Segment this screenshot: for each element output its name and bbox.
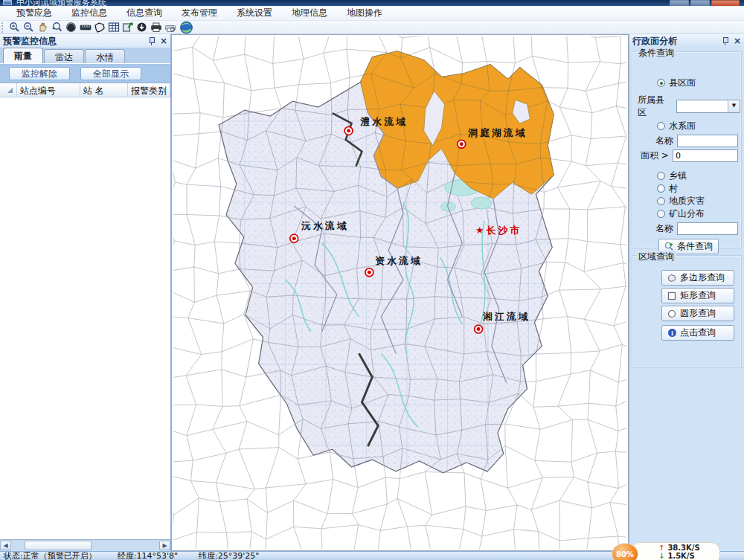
print-preview-icon[interactable] [164,22,176,33]
query-plus-magnifier-icon [664,242,673,251]
radio-mine-distribution[interactable]: 矿山分布 [657,207,705,220]
rectangle-query-button[interactable]: 矩形查询 [661,288,734,303]
radio-township-label: 乡镇 [669,170,687,182]
station-dongtinghu[interactable] [458,140,466,148]
print-icon[interactable] [150,22,162,33]
zoom-previous-icon[interactable] [51,22,63,33]
maximize-button[interactable] [690,0,710,6]
circle-icon [667,309,676,318]
net-percent: 80% [616,550,634,559]
station-zishui[interactable] [365,268,373,277]
radio-geo-disaster-dot[interactable] [657,197,665,205]
show-all-button[interactable]: 全部显示 [80,67,141,80]
hunan-basin-map[interactable]: 澧水流域洞庭湖流域沅水流域资水流域湘江流域★长沙市 [173,36,626,549]
column-station-id[interactable]: 站点编号 [17,83,80,97]
station-xiangjiang[interactable] [475,325,483,333]
menu-geo-info[interactable]: 地理信息 [283,5,336,21]
station-lishui[interactable] [344,126,353,135]
area-field-row: 面积 > [641,149,738,162]
rectangle-query-label: 矩形查询 [680,289,716,302]
menu-map-operation[interactable]: 地图操作 [338,5,391,21]
scrollbar-track[interactable] [11,541,159,550]
radio-geo-disaster-label: 地质灾害 [669,195,705,207]
radio-township[interactable]: 乡镇 [657,170,687,182]
web-map-globe-icon[interactable] [178,22,194,33]
radio-township-dot[interactable] [657,172,665,180]
area-field-label: 面积 > [641,149,669,162]
monitor-release-button[interactable]: 监控解除 [9,67,70,80]
county-select-label: 所属县区 [638,94,673,119]
menu-info-query[interactable]: 信息查询 [118,5,171,21]
click-query-button[interactable]: i 点击查询 [661,325,734,341]
left-panel-header: 预警监控信息 × [0,34,170,48]
full-extent-icon[interactable] [65,22,77,33]
radio-water-system-label: 水系面 [669,120,696,132]
scroll-right-arrow[interactable]: ▶ [159,541,170,550]
radio-village-dot[interactable] [657,184,665,193]
name-field-row: 名称 [655,135,738,147]
polygon-query-button[interactable]: 多边形查询 [661,270,734,286]
left-button-row: 监控解除 全部显示 [0,64,170,83]
sort-triangle-icon[interactable] [0,83,17,97]
download-icon[interactable] [135,22,148,33]
condition-query-group: 条件查询 县区面 所属县区 ▼ 水系面 名称 面积 > 乡镇 [632,52,741,248]
radio-mine-distribution-label: 矿山分布 [669,207,705,220]
circle-query-button[interactable]: 圆形查询 [661,306,734,321]
download-arrow-icon: ↓ [658,552,664,560]
radio-water-system[interactable]: 水系面 [657,120,696,132]
map-canvas[interactable]: 澧水流域洞庭湖流域沅水流域资水流域湘江流域★长沙市 [171,34,629,551]
area-input[interactable] [673,149,738,162]
app-icon [3,0,12,5]
menu-warning-emergency[interactable]: 预警应急 [7,5,61,21]
status-state: 状态:正常（预警已开启） [4,550,97,560]
net-percent-ball[interactable]: 80% [612,543,638,560]
left-panel-close-icon[interactable]: × [160,37,167,45]
measure-icon[interactable] [79,22,92,33]
admin-area-analysis-panel: 行政面分析 × 条件查询 县区面 所属县区 ▼ 水系面 名称 面积 > [629,34,744,551]
radio-mine-distribution-dot[interactable] [657,210,665,218]
right-panel-close-icon[interactable]: × [734,37,741,45]
pin-icon[interactable] [148,36,155,45]
click-query-label: 点击查询 [680,326,716,339]
upload-arrow-icon: ↑ [658,544,664,552]
net-speed-widget[interactable]: ↑38.3K/S ↓1.5K/S 80% [612,542,744,560]
status-latitude: 纬度:25°39'25" [199,550,259,560]
station-yuanshui[interactable] [290,234,298,242]
chevron-down-icon[interactable]: ▼ [728,100,740,112]
scroll-left-arrow[interactable]: ◀ [0,541,11,550]
grid-icon[interactable] [107,22,120,33]
yuanshui-basin-label: 沅水流域 [301,220,348,231]
polygon-query-label: 多边形查询 [680,271,725,284]
column-station-name[interactable]: 站 名 [80,83,128,97]
column-alarm-type[interactable]: 报警类别 [128,83,170,97]
menu-monitor-info[interactable]: 监控信息 [62,5,116,21]
pin-icon[interactable] [722,36,729,45]
radio-county-area-dot[interactable] [657,79,665,87]
pan-icon[interactable] [36,22,49,33]
status-longitude: 经度:114°53'8" [118,550,178,560]
menu-system-settings[interactable]: 系统设置 [228,5,281,21]
radio-water-system-dot[interactable] [657,122,665,130]
radio-geo-disaster[interactable]: 地质灾害 [657,195,705,207]
minimize-button[interactable] [670,0,689,6]
radio-county-area[interactable]: 县区面 [657,77,696,89]
menu-bar: 预警应急 监控信息 信息查询 发布管理 系统设置 地理信息 地图操作 [0,6,744,21]
name2-input[interactable] [677,222,738,235]
export-icon[interactable] [121,22,134,33]
menu-publish-manage[interactable]: 发布管理 [173,5,226,21]
tab-water-condition[interactable]: 水情 [85,49,125,63]
county-combobox[interactable]: ▼ [676,100,740,113]
zoom-out-icon[interactable] [22,22,35,33]
tab-rainfall[interactable]: 雨量 [3,48,43,63]
zoom-in-icon[interactable] [8,22,21,33]
scrollbar-thumb[interactable] [25,541,92,550]
name-input[interactable] [677,135,738,147]
changsha-city-label: ★长沙市 [475,225,522,236]
tab-radar[interactable]: 雷达 [44,49,84,63]
condition-query-button-label: 条件查询 [677,240,713,253]
radio-village[interactable]: 村 [657,182,678,195]
station-table-body[interactable] [0,97,170,540]
polygon-select-icon[interactable] [93,22,106,33]
close-button[interactable] [711,0,740,6]
left-panel-title: 预警监控信息 [3,35,57,48]
